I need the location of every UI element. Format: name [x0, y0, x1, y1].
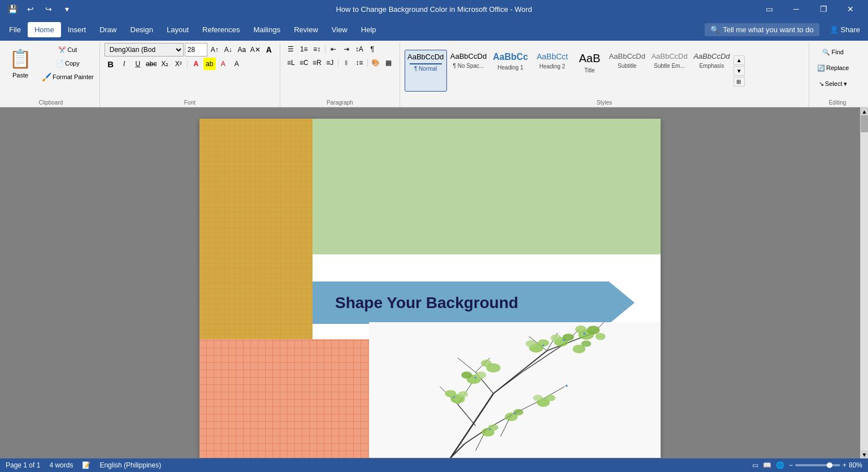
read-mode-button[interactable]: 📖 — [763, 461, 771, 469]
menu-references[interactable]: References — [196, 22, 246, 37]
decrease-indent-button[interactable]: ⇤ — [327, 43, 340, 55]
svg-point-52 — [513, 409, 523, 415]
save-button[interactable]: 💾 — [5, 1, 20, 17]
separator-1 — [187, 60, 188, 68]
menu-file[interactable]: File — [2, 22, 28, 37]
window-controls: ▭ ─ ❐ ✕ — [756, 0, 863, 18]
document-scroll[interactable]: Shape Your Background — [0, 107, 860, 458]
undo-button[interactable]: ↩ — [23, 1, 38, 17]
align-left-button[interactable]: ≡L — [285, 57, 297, 69]
scroll-thumb[interactable] — [861, 115, 868, 132]
svg-point-18 — [575, 326, 587, 334]
cut-button[interactable]: ✂️ Cut — [38, 43, 97, 57]
menu-view[interactable]: View — [325, 22, 354, 37]
tell-me-field[interactable]: 🔍 Tell me what you want to do — [705, 23, 819, 36]
menu-design[interactable]: Design — [124, 22, 160, 37]
svg-point-29 — [445, 390, 456, 397]
print-layout-button[interactable]: ▭ — [752, 461, 758, 469]
share-button[interactable]: 👤 Share — [824, 23, 866, 36]
decrease-font-button[interactable]: A↓ — [222, 44, 235, 56]
justify-button[interactable]: ≡J — [324, 57, 336, 69]
increase-font-button[interactable]: A↑ — [209, 44, 221, 56]
superscript-button[interactable]: X² — [172, 58, 185, 70]
web-view-button[interactable]: 🌐 — [776, 461, 784, 469]
redo-button[interactable]: ↪ — [41, 1, 57, 17]
style-heading2-button[interactable]: AaBbCct Heading 2 — [532, 50, 572, 92]
paragraph-label: Paragraph — [285, 98, 395, 107]
style-normal-button[interactable]: AaBbCcDd ¶ Normal — [405, 50, 447, 92]
font-color-btn2[interactable]: A — [217, 58, 229, 70]
sort-button[interactable]: ↕A — [353, 43, 366, 55]
subscript-button[interactable]: X₂ — [159, 58, 171, 70]
find-button[interactable]: 🔍 Find — [814, 45, 852, 59]
svg-point-32 — [461, 371, 472, 379]
zoom-in-button[interactable]: + — [843, 461, 847, 469]
page-content: Shape Your Background — [199, 119, 661, 458]
style-emphasis-button[interactable]: AaBbCcDd Emphasis — [691, 50, 732, 92]
increase-indent-button[interactable]: ⇥ — [340, 43, 353, 55]
copy-button[interactable]: 📄 Copy — [38, 57, 97, 70]
ribbon-collapse-button[interactable]: ▭ — [756, 0, 782, 18]
menu-mailings[interactable]: Mailings — [247, 22, 288, 37]
proofing-icon[interactable]: 📝 — [82, 461, 90, 469]
scroll-track[interactable] — [861, 115, 868, 451]
italic-button[interactable]: I — [118, 58, 131, 70]
show-formatting-button[interactable]: ¶ — [366, 43, 379, 55]
scroll-up-button[interactable]: ▲ — [861, 107, 868, 115]
style-subtitle-button[interactable]: AaBbCcDd Subtitle — [606, 50, 648, 92]
highlight-button[interactable]: ab — [203, 58, 216, 70]
styles-scroll-down[interactable]: ▼ — [734, 66, 745, 76]
style-heading1-button[interactable]: AaBbCc Heading 1 — [490, 50, 531, 92]
menu-insert[interactable]: Insert — [61, 22, 93, 37]
align-right-button[interactable]: ≡R — [311, 57, 323, 69]
style-subtle-em-button[interactable]: AaBbCcDd Subtle Em... — [649, 50, 690, 92]
clipboard-small-buttons: ✂️ Cut 📄 Copy 🖌️ Format Painter — [38, 43, 97, 84]
multilevel-list-button[interactable]: ≡↕ — [311, 43, 323, 55]
strikethrough-button[interactable]: abc — [145, 58, 158, 70]
zoom-slider[interactable] — [795, 464, 840, 466]
format-painter-button[interactable]: 🖌️ Format Painter — [38, 70, 97, 84]
style-no-spacing-button[interactable]: AaBbCcDd ¶ No Spac... — [448, 50, 489, 92]
align-center-button[interactable]: ≡C — [298, 57, 310, 69]
replace-button[interactable]: 🔄 Replace — [814, 61, 852, 75]
change-case-button[interactable]: Aa — [236, 44, 248, 56]
clear-format-button[interactable]: A✕ — [249, 44, 262, 56]
menu-right: 🔍 Tell me what you want to do 👤 Share — [705, 23, 866, 36]
text-effects-button[interactable]: A — [263, 44, 275, 56]
font-color-button[interactable]: A — [190, 58, 202, 70]
font-family-select[interactable]: DengXian (Bod — [105, 43, 184, 57]
menu-layout[interactable]: Layout — [160, 22, 196, 37]
scroll-down-button[interactable]: ▼ — [861, 451, 868, 458]
underline-button[interactable]: U — [132, 58, 144, 70]
numbered-list-button[interactable]: 1≡ — [298, 43, 310, 55]
tell-me-text: Tell me what you want to do — [723, 25, 813, 34]
customize-button[interactable]: ▾ — [59, 1, 75, 17]
language[interactable]: English (Philippines) — [99, 461, 161, 469]
font-size-input[interactable] — [185, 43, 207, 57]
styles-more-button[interactable]: ⊞ — [734, 77, 745, 86]
menu-home[interactable]: Home — [28, 22, 61, 37]
title-bar-left: 💾 ↩ ↪ ▾ — [5, 1, 75, 17]
sep-4 — [367, 59, 368, 67]
style-title-button[interactable]: AaB Title — [574, 50, 605, 92]
zoom-out-button[interactable]: − — [789, 461, 793, 469]
vertical-scrollbar[interactable]: ▲ ▼ — [860, 107, 868, 458]
minimize-button[interactable]: ─ — [783, 0, 809, 18]
select-button[interactable]: ↘ Select ▾ — [814, 77, 852, 90]
menu-review[interactable]: Review — [287, 22, 325, 37]
bullet-list-button[interactable]: ☰ — [285, 43, 297, 55]
column-button[interactable]: ⫴ — [340, 57, 353, 69]
bold-button[interactable]: B — [105, 58, 117, 70]
restore-button[interactable]: ❐ — [810, 0, 836, 18]
text-effects-btn2[interactable]: A — [231, 58, 243, 70]
shading-button[interactable]: 🎨 — [370, 57, 382, 69]
zoom-level: 80% — [849, 461, 862, 469]
menu-help[interactable]: Help — [354, 22, 383, 37]
line-spacing-button[interactable]: ↕≡ — [353, 57, 366, 69]
close-button[interactable]: ✕ — [837, 0, 863, 18]
menu-draw[interactable]: Draw — [93, 22, 123, 37]
zoom-thumb[interactable] — [827, 462, 832, 468]
paste-button[interactable]: 📋 Paste — [5, 43, 36, 84]
styles-scroll-up[interactable]: ▲ — [734, 55, 745, 65]
borders-button[interactable]: ▦ — [383, 57, 395, 69]
